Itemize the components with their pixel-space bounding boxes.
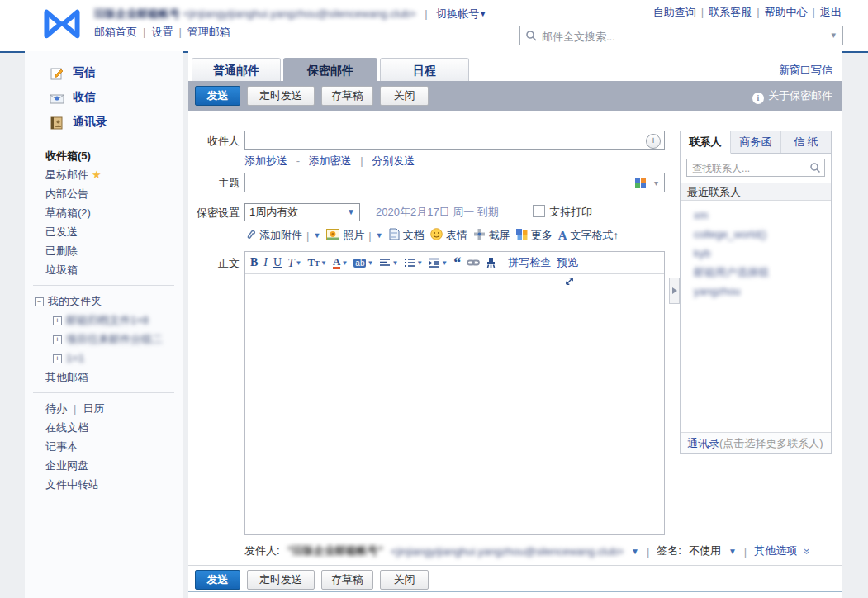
add-recipient-button[interactable]: + (646, 134, 661, 149)
schedule-send-button-bottom[interactable]: 定时发送 (247, 570, 315, 590)
folder-item-2[interactable]: 内部公告 (25, 184, 183, 203)
contacts-tab-stationery[interactable]: 信 纸 (781, 131, 831, 153)
separate-send-link[interactable]: 分别发送 (372, 154, 415, 167)
my-folder-child-1[interactable]: +项目往来邮件分组二 (25, 330, 183, 349)
contact-item-3[interactable]: 邮箱用户选择组 (681, 263, 831, 282)
new-window-compose-link[interactable]: 新窗口写信 (779, 63, 832, 78)
folder-item-0[interactable]: 收件箱(5) (25, 146, 183, 165)
signature-caret-icon[interactable]: ▼ (728, 547, 737, 556)
switch-account-link[interactable]: 切换帐号▼ (436, 7, 486, 20)
top-link-1[interactable]: 联系客服 (709, 6, 752, 18)
expand-editor-icon[interactable] (564, 275, 575, 290)
contact-item-4[interactable]: yangzhou (681, 282, 831, 301)
stationery-dropdown-icon[interactable]: ▾ (654, 178, 658, 187)
nav-link-1[interactable]: 设置 (151, 26, 173, 38)
photo-button[interactable]: 照片|▼ (326, 228, 382, 243)
mail-search-input[interactable] (540, 27, 816, 45)
tool-link-4-0[interactable]: 文件中转站 (45, 478, 99, 491)
tool-link-3-0[interactable]: 企业网盘 (45, 459, 88, 472)
contacts-tab-business-letter[interactable]: 商务函 (731, 131, 781, 153)
italic-button[interactable]: I (263, 256, 268, 269)
sender-caret-icon[interactable]: ▼ (631, 547, 639, 556)
brand-logo-icon[interactable] (40, 7, 84, 45)
font-style-button[interactable]: T▼ (287, 256, 301, 270)
contact-item-2[interactable]: kyb (681, 244, 831, 263)
list-button[interactable]: ▼ (404, 258, 423, 268)
caret-down-icon: ▼ (320, 259, 327, 267)
tool-link-1-0[interactable]: 在线文档 (45, 421, 88, 434)
schedule-send-button[interactable]: 定时发送 (247, 86, 315, 106)
other-mailbox-item[interactable]: 其他邮箱 (25, 368, 183, 387)
align-button[interactable]: ▼ (379, 258, 398, 268)
screenshot-button[interactable]: 截屏 (473, 228, 510, 243)
contact-search-input[interactable] (690, 161, 808, 176)
document-button[interactable]: 文档 (389, 228, 425, 243)
editor-body[interactable] (245, 287, 664, 535)
top-link-2[interactable]: 帮助中心 (765, 6, 808, 18)
format-brush-button[interactable] (486, 257, 496, 268)
text-format-button[interactable]: A文字格式↑ (558, 228, 619, 243)
folder-label: 1+1 (66, 352, 84, 364)
secret-validity-select[interactable]: 1周内有效 ▼ (244, 203, 360, 221)
address-book-link[interactable]: 通讯录 (687, 437, 719, 449)
folder-item-4[interactable]: 已发送 (25, 222, 183, 241)
folder-item-3[interactable]: 草稿箱(2) (25, 203, 183, 222)
save-draft-button[interactable]: 存草稿 (321, 86, 373, 106)
folder-item-6[interactable]: 垃圾箱 (25, 260, 183, 279)
search-dropdown-icon[interactable]: ▾ (831, 30, 836, 40)
more-options-link[interactable]: 其他选项 (754, 543, 797, 558)
tool-link-0-0[interactable]: 待办 (45, 402, 67, 415)
close-button[interactable]: 关闭 (380, 86, 429, 106)
tab-normal-mail[interactable]: 普通邮件 (192, 58, 281, 81)
my-folder-child-0[interactable]: +邮箱归档文件1+8 (25, 311, 183, 330)
close-button-bottom[interactable]: 关闭 (380, 570, 429, 590)
link-button[interactable] (467, 259, 480, 267)
emoji-button[interactable]: 表情 (430, 228, 467, 243)
support-print-checkbox[interactable] (533, 205, 545, 217)
top-link-0[interactable]: 自助查询 (653, 6, 696, 18)
search-icon[interactable] (809, 162, 821, 177)
divider (33, 140, 174, 140)
top-link-3[interactable]: 退出 (820, 6, 842, 18)
collapse-contacts-handle[interactable] (669, 278, 680, 304)
folder-item-5[interactable]: 已删除 (25, 241, 183, 260)
send-button-bottom[interactable]: 发送 (195, 570, 240, 590)
my-folder-child-2[interactable]: +1+1 (25, 349, 183, 368)
subject-input[interactable] (249, 175, 632, 192)
contact-item-0[interactable]: xm (681, 206, 831, 225)
folder-item-1[interactable]: 星标邮件★ (25, 165, 183, 184)
signature-value[interactable]: 不使用 (689, 543, 721, 558)
save-draft-button-bottom[interactable]: 存草稿 (321, 570, 373, 590)
contact-item-1[interactable]: college_world() (681, 225, 831, 244)
spellcheck-button[interactable]: 拼写检查 (508, 255, 551, 270)
underline-button[interactable]: U (273, 256, 282, 269)
font-color-button[interactable]: A▼ (333, 257, 348, 269)
indent-button[interactable]: ▼ (429, 258, 448, 268)
sidebar-action-compose[interactable]: 写信 (50, 59, 183, 84)
font-size-button[interactable]: TT▼ (307, 256, 327, 269)
tool-item-2: 记事本 (25, 437, 183, 456)
add-attachment-button[interactable]: 添加附件|▼ (244, 228, 320, 243)
add-bcc-link[interactable]: 添加密送 (309, 154, 352, 167)
sidebar-action-receive[interactable]: 收信 (50, 84, 183, 109)
send-button[interactable]: 发送 (195, 86, 240, 106)
add-cc-link[interactable]: 添加抄送 (244, 154, 287, 167)
about-secret-mail-link[interactable]: i关于保密邮件 (752, 81, 832, 111)
stationery-icon[interactable] (635, 178, 646, 188)
tab-secret-mail[interactable]: 保密邮件 (283, 58, 377, 81)
tab-schedule[interactable]: 日程 (380, 58, 469, 81)
preview-button[interactable]: 预览 (557, 255, 578, 270)
tool-link-0-1[interactable]: 日历 (83, 402, 104, 415)
contacts-tab-contacts[interactable]: 联系人 (681, 131, 731, 154)
to-input[interactable] (249, 133, 632, 150)
bold-button[interactable]: B (250, 256, 258, 269)
sidebar-action-contacts[interactable]: 通讯录 (50, 109, 183, 134)
my-folders-root[interactable]: −我的文件夹 (25, 292, 183, 311)
highlight-button[interactable]: ab▼ (353, 259, 373, 268)
nav-link-2[interactable]: 管理邮箱 (187, 26, 230, 38)
more-button[interactable]: 更多 (516, 228, 553, 243)
separator: | (701, 6, 704, 18)
quote-button[interactable]: “ (453, 259, 461, 267)
tool-link-2-0[interactable]: 记事本 (45, 440, 78, 453)
nav-link-0[interactable]: 邮箱首页 (94, 26, 137, 38)
